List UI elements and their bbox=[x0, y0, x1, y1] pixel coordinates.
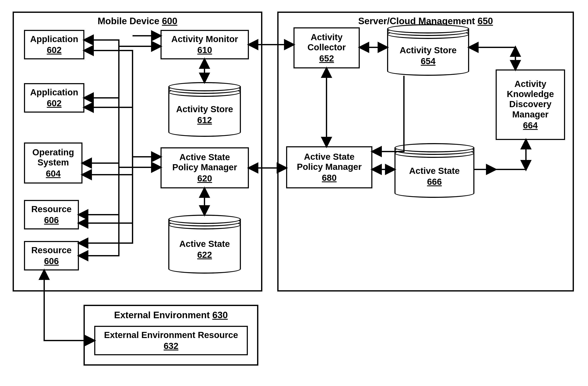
cylinder-active-state-mobile: Active State 622 bbox=[168, 215, 241, 274]
cylinder-activity-store-mobile: Activity Store 612 bbox=[168, 82, 241, 137]
panel-title-external-label: External Environment bbox=[114, 310, 210, 320]
cyl-activestate-s-label: Active State bbox=[409, 166, 460, 176]
cyl-activestate-s-num: 666 bbox=[395, 177, 474, 187]
box-application-2-num: 602 bbox=[47, 98, 62, 108]
box-activity-monitor: Activity Monitor 610 bbox=[161, 30, 249, 59]
cyl-actstore-m-num: 612 bbox=[168, 115, 241, 125]
box-operating-system: Operating System 604 bbox=[24, 143, 83, 184]
box-actmon-num: 610 bbox=[197, 45, 212, 55]
box-extres-label: External Environment Resource bbox=[104, 330, 238, 340]
box-resource-1: Resource 606 bbox=[24, 200, 79, 229]
panel-title-external: External Environment 630 bbox=[85, 310, 257, 320]
box-actcoll-num: 652 bbox=[319, 53, 334, 64]
box-actmon-label: Activity Monitor bbox=[171, 34, 238, 44]
cyl-activestate-m-num: 622 bbox=[168, 250, 241, 260]
box-resource-2: Resource 606 bbox=[24, 241, 79, 270]
box-application-1: Application 602 bbox=[24, 30, 84, 59]
box-application-2-label: Application bbox=[30, 87, 78, 97]
box-akdm-label: Activity Knowledge Discovery Manager bbox=[507, 79, 554, 120]
box-external-env-resource: External Environment Resource 632 bbox=[94, 326, 248, 355]
panel-title-mobile-label: Mobile Device bbox=[98, 16, 159, 26]
cyl-activestate-m-label: Active State bbox=[179, 239, 230, 249]
cylinder-activity-store-server: Activity Store 654 bbox=[387, 24, 469, 76]
box-akdm-num: 664 bbox=[523, 120, 538, 130]
box-resource-1-num: 606 bbox=[44, 215, 59, 225]
box-active-state-policy-manager-mobile: Active State Policy Manager 620 bbox=[161, 147, 249, 188]
box-aspm-s-num: 680 bbox=[322, 173, 336, 183]
panel-title-mobile: Mobile Device 600 bbox=[14, 16, 261, 26]
box-application-2: Application 602 bbox=[24, 83, 84, 113]
box-aspm-s-label: Active State Policy Manager bbox=[297, 152, 362, 172]
cyl-actstore-s-label: Activity Store bbox=[400, 45, 457, 55]
box-resource-1-label: Resource bbox=[31, 204, 72, 214]
box-aspm-m-label: Active State Policy Manager bbox=[172, 152, 237, 172]
box-os-label: Operating System bbox=[32, 147, 74, 168]
panel-title-mobile-num: 600 bbox=[162, 16, 177, 26]
box-activity-collector: Activity Collector 652 bbox=[294, 27, 360, 68]
panel-title-external-num: 630 bbox=[212, 310, 228, 320]
box-actcoll-label: Activity Collector bbox=[307, 32, 346, 53]
box-application-1-num: 602 bbox=[47, 45, 62, 55]
cylinder-active-state-server: Active State 666 bbox=[395, 143, 474, 198]
box-os-num: 604 bbox=[46, 169, 61, 179]
box-aspm-m-num: 620 bbox=[197, 173, 212, 184]
box-application-1-label: Application bbox=[30, 34, 78, 44]
panel-title-server-num: 650 bbox=[478, 16, 493, 26]
diagram-canvas: Mobile Device 600 Server/Cloud Managemen… bbox=[0, 0, 588, 386]
box-extres-num: 632 bbox=[164, 341, 178, 351]
cyl-actstore-s-num: 654 bbox=[387, 56, 469, 66]
box-resource-2-label: Resource bbox=[31, 245, 72, 255]
cyl-actstore-m-label: Activity Store bbox=[176, 104, 233, 114]
box-activity-knowledge-discovery-manager: Activity Knowledge Discovery Manager 664 bbox=[496, 69, 565, 140]
box-active-state-policy-manager-server: Active State Policy Manager 680 bbox=[286, 146, 372, 188]
box-resource-2-num: 606 bbox=[44, 256, 59, 266]
